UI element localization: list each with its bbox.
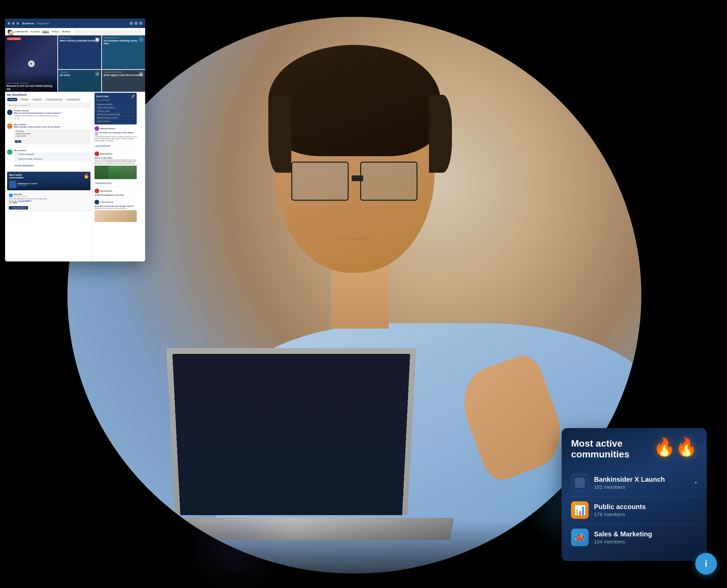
sp-nav-news[interactable]: NEWS [42,30,49,33]
sp-quicklink-6[interactable]: Help us improve [96,120,135,123]
sp-hero-grid: LOCAL NEWS ▶ 17 MAY · PRODUCT UPDATES Re… [5,36,145,91]
card-header: Most active communities 🔥🔥 [571,438,697,460]
sp-right-text-1: I am still having problems with my compu… [95,136,137,142]
sp-tab-places[interactable]: # Places [7,98,18,101]
community-members-1: 152 members [594,484,689,490]
sp-hero-card2-icon: 👥 [139,37,143,42]
sp-avatar-1 [7,110,13,115]
sp-community-members-1: 154 members [18,185,38,186]
sp-tab-user[interactable]: # UserResearch [65,98,82,101]
sp-right-author-1: Mildred Erickson [100,127,115,129]
sp-feed-input[interactable]: What are you working on? [7,103,90,108]
sp-hero-badge: LOCAL NEWS [7,38,21,40]
sp-right-avatar-4 [95,200,99,205]
sp-search-box[interactable] [75,29,141,34]
sp-communities-fire: 🔥 [83,173,89,178]
community-icon-1 [571,474,589,491]
sp-hero-card3-icon: ✨ [95,71,100,76]
sp-post-1-comment[interactable]: 💬 [17,118,19,120]
sp-right-post-4: Lizzie Johnson Business school the new d… [95,200,137,224]
sp-avatar-3 [7,149,13,155]
community-members-3: 104 members [594,539,697,545]
sp-community-item-1[interactable]: Bankinsider X Launch 154 members [9,181,88,188]
sp-right-post-1: Mildred Erickson Can't connect my comput… [95,126,137,150]
sp-bot-action[interactable]: ✓ Request approval [9,206,28,210]
sp-poll: ○ Tim Harris ○ Eugene Fernandez ○ Jimmy … [14,129,90,144]
sp-quicklink-3[interactable]: Own your profile [96,109,135,113]
community-row-2[interactable]: 📊 Public accounts 176 members [571,497,697,524]
card-fire-icon: 🔥🔥 [653,438,697,456]
sp-tab-discover[interactable]: # Discover [31,98,43,101]
sp-tab-workingout[interactable]: # WorkingOutLoud [44,98,63,101]
sp-hero-play[interactable]: ▶ [28,60,35,67]
sp-community-icon-1 [9,181,17,188]
sp-post-1: Chester Johnson Where is the final docum… [7,110,90,122]
sp-post-2: May Crawford Which speaker would you lik… [7,124,90,147]
sp-bot-box: Bizzy Bot Automated · Submitted Bizzy th… [7,192,90,212]
sp-right-title-3: Artificial Intelligence Overview [95,194,137,196]
sp-post-1-author: Chester Johnson [14,110,90,112]
sp-bot-avatar [9,193,13,197]
sp-logo: Business [22,22,35,25]
community-cursor-1: ⌖ [694,480,697,486]
sp-right-text-2: Numerous scientists have proven the posi… [95,159,137,165]
sp-hero-card1-icon: 📈 [95,37,100,42]
community-members-2: 176 members [594,511,697,517]
sp-right-tag-1: SALES REPORTING [95,145,111,147]
sp-bot-text: Bizzy think requested a 12% discount for… [9,198,89,200]
sp-tab-people[interactable]: # People [19,98,30,101]
sp-quicklink-1[interactable]: Employee handbook [96,103,135,106]
community-list: Bankinsider X Launch 152 members ⌖ 📊 Pub… [571,469,697,551]
sp-dot-3 [17,22,19,25]
sp-plants-image [95,166,137,179]
sp-quicklinks-rocket-icon: 🚀 [131,94,135,98]
community-icon-2: 📊 [571,501,589,519]
sp-communities-title-left: Most activecommunities [9,174,88,180]
community-name-3: Sales & Marketing [594,530,697,538]
sp-nav-tools[interactable]: TOOLS [52,31,59,33]
sp-quicklinks-subtitle: RECOMMENDED [96,99,135,101]
sp-feed-title: My Newsfeed [7,93,90,97]
sp-right-author-4: Lizzie Johnson [100,201,114,203]
sp-hero-date: 17 MAY · PRODUCT UPDATES [6,83,56,84]
sp-dot-1 [8,22,10,25]
sp-nav-places[interactable]: PLACES [31,31,40,33]
sp-feed-tabs[interactable]: # Places # People # Discover # WorkingOu… [7,98,90,101]
sp-hero-card4: 🗑 TREASURY OPERATIONS Better agility in … [102,70,145,92]
sp-content-area: My Newsfeed # Places # People # Discover… [5,91,145,261]
community-info-2: Public accounts 176 members [594,503,697,517]
community-row-3[interactable]: 📣 Sales & Marketing 104 members [571,524,697,551]
sp-post-1-like[interactable]: 👍 [14,118,16,120]
sp-post-1-title: Where is the final documentation on trav… [14,112,90,114]
sp-quicklinks-title: Quick Links [96,95,109,98]
sp-quicklinks-box: Quick Links 🚀 RECOMMENDED Employee handb… [95,93,137,125]
community-row-1[interactable]: Bankinsider X Launch 152 members ⌖ [571,469,697,497]
communities-card: ◇ · △ ◇ · ◇ △ · ◇ Most active communitie… [562,428,707,561]
sp-nav-home-icon[interactable]: 🏠 [8,30,12,34]
sp-right-tag-2: KNOWLEDGE OFFICE [95,183,113,185]
card-title: Most active communities [571,438,639,460]
community-name-1: Bankinsider X Launch [594,476,689,483]
sp-sidebar: Quick Links 🚀 RECOMMENDED Employee handb… [93,91,138,261]
sp-quicklink-5[interactable]: Request holidays & time off [96,116,135,120]
sp-quicklink-4[interactable]: Discover new content & people [96,113,135,116]
sp-right-title-1: Can't connect my computer to the office … [95,131,137,135]
sp-right-avatar-2 [95,151,99,156]
sp-communities-left: 🔥 Most activecommunities Bankinsider X L… [7,172,90,190]
sp-navbar[interactable]: 🏠 CORPORATE PLACES NEWS TOOLS PEOPLE [5,28,145,36]
sp-right-post-3: Rachel Reese Artificial Intelligence Ove… [95,189,137,198]
sp-avatar-2 [7,124,13,129]
sp-nav-people[interactable]: PEOPLE [62,31,70,33]
sp-vote-btn[interactable]: Vote [15,140,21,143]
sp-post-3-author: May Crawford [14,149,90,151]
sharepoint-screenshot: Business SharePoint 🏠 CORPORATE PLACES N… [5,19,145,261]
sp-topbar: Business SharePoint [5,19,145,28]
info-button[interactable]: i [695,553,717,574]
sp-appname: SharePoint [37,22,49,25]
sp-post-2-author: May Crawford [14,124,90,126]
sp-right-avatar-3 [95,189,99,193]
sp-quicklink-2[interactable]: Product Marketing Docs [96,106,135,109]
community-icon-3: 📣 [571,529,589,546]
sp-right-title-4: Business school the new design school? [95,205,137,207]
sp-nav-corporate[interactable]: CORPORATE [15,31,28,33]
